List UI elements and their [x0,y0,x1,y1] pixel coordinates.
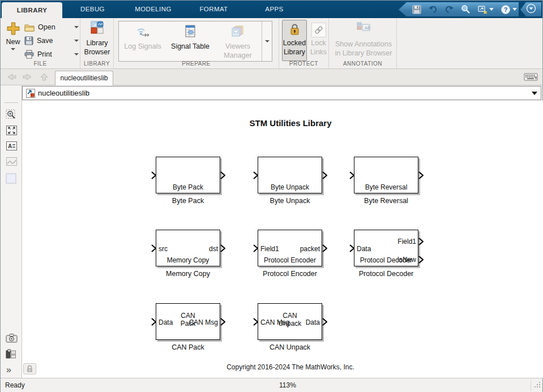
printer-icon [24,50,34,59]
dropdown-caret-icon[interactable] [489,8,494,11]
dropdown-caret-icon[interactable] [74,53,79,55]
tab-apps[interactable]: APPS [244,1,305,18]
output-port-icon [322,318,327,326]
address-dropdown-caret-icon[interactable] [532,92,537,95]
library-browser-button[interactable]: Library Browser [82,21,113,62]
block-name-label[interactable]: Protocol Decoder [341,270,431,278]
svg-text:AE: AE [365,25,371,31]
block-byte-reversal[interactable]: Byte Reversal [354,157,418,193]
add-shortcut-icon[interactable] [477,5,494,14]
block-name-label[interactable]: Protocol Encoder [245,270,335,278]
save-button[interactable]: Save [24,35,79,47]
library-browser-dock-icon[interactable] [6,349,16,362]
tab-library[interactable]: LIBRARY [2,2,62,18]
document-tab[interactable]: nucleoutilitieslib [55,71,113,85]
input-port-icon [349,171,354,179]
output-port-icon [418,238,424,245]
tab-modeling[interactable]: MODELING [123,1,183,18]
library-title: STM Utilities Library [189,118,392,128]
ribbon-section-annotation: AE Show Annotations in Library Browser A… [329,18,397,68]
block-inner-label: Byte Pack [156,183,220,191]
search-icon[interactable] [461,5,471,14]
block-name-label[interactable]: Byte Unpack [245,197,335,205]
locked-library-badge [23,363,36,374]
output-port-label: dst [209,245,218,253]
block-inner-label: Byte Reversal [354,183,418,191]
lock-links-button: Lock Links [309,20,328,61]
block-center-label: CAN Unpack [277,312,303,328]
locked-library-toggle[interactable]: Locked Library [282,20,307,61]
input-port-icon [253,318,258,326]
input-port-label: Data [159,318,173,326]
viewers-manager-icon [230,25,245,38]
keyboard-shortcuts-icon[interactable] [524,72,538,84]
block-name-label[interactable]: Byte Reversal [341,197,431,205]
simulink-library-window: LIBRARY DEBUG MODELING FORMAT APPS [0,0,543,392]
output-port-icon [220,244,225,252]
block-protocol-encoder[interactable]: Field1 packet Protocol Encoder [258,230,322,266]
minimize-toolstrip-icon[interactable] [526,3,536,16]
signal-table-icon [184,25,196,38]
block-byte-pack[interactable]: Byte Pack [156,157,220,193]
print-button[interactable]: Print [24,48,79,61]
show-annotations-button: AE Show Annotations in Library Browser [332,20,395,61]
block-inner-label: Protocol Encoder [258,256,322,264]
resize-grip-icon[interactable] [535,380,541,390]
output-port-icon [418,171,424,179]
dropdown-caret-icon[interactable] [512,8,517,11]
palette-sidebar: A » [1,85,22,378]
output-port-icon [322,244,327,252]
area-tool-icon[interactable] [6,173,16,186]
address-breadcrumb[interactable]: nucleoutilitieslib [22,86,541,100]
output-port-label: Field1 [397,238,416,245]
block-protocol-decoder[interactable]: Data Field1 IsNew Protocol Decoder [354,230,418,266]
block-can-pack[interactable]: Data CAN Msg CAN Pack [156,303,220,340]
signal-table-button[interactable]: Signal Table [166,21,214,61]
up-icon [39,72,49,84]
dropdown-caret-icon[interactable] [74,26,79,28]
save-label: Save [37,37,53,45]
library-canvas[interactable]: STM Utilities Library Byte Pack Byte Unp… [22,101,543,378]
annotations-icon: AE [355,21,372,34]
quick-access-toolbar: ? [399,2,519,16]
input-port-icon [253,171,258,179]
section-label-file: FILE [1,61,80,67]
tab-debug[interactable]: DEBUG [62,1,123,18]
block-byte-unpack[interactable]: Byte Unpack [258,157,322,193]
viewers-manager-label: Viewers Manager [218,42,258,60]
zoom-level: 113% [279,381,296,389]
dropdown-caret-icon[interactable] [11,48,15,50]
block-name-label[interactable]: CAN Pack [143,343,233,351]
undo-icon [428,5,438,14]
log-signals-label: Log Signals [123,42,163,51]
output-port-label: packet [300,245,320,253]
zoom-region-icon[interactable] [6,109,18,123]
help-icon[interactable]: ? [501,5,517,15]
block-memory-copy[interactable]: src dst Memory Copy [156,230,220,266]
library-browser-label: Library Browser [82,39,113,57]
screenshot-icon[interactable] [6,333,18,345]
block-name-label[interactable]: Memory Copy [143,270,233,278]
print-label: Print [37,50,52,58]
library-browser-icon [90,21,104,35]
block-name-label[interactable]: CAN Unpack [245,343,335,351]
locked-library-label: Locked Library [283,39,306,57]
block-name-label[interactable]: Byte Pack [143,197,233,205]
dropdown-caret-icon [265,40,270,42]
open-button[interactable]: Open [24,21,79,33]
annotation-tool-icon[interactable]: A [6,141,18,153]
dropdown-caret-icon[interactable] [74,40,79,42]
log-signals-icon [135,25,150,38]
save-icon[interactable] [412,5,421,14]
back-icon [5,72,17,84]
svg-text:A: A [8,143,12,149]
fit-to-view-icon[interactable] [6,125,18,138]
open-label: Open [38,23,55,31]
ribbon-section-protect: Locked Library Lock Links PROTECT [279,18,329,68]
expand-palette-icon[interactable]: » [6,365,11,375]
output-port-label: Data [306,318,320,326]
prepare-gallery-dropdown[interactable] [262,21,272,61]
tab-format[interactable]: FORMAT [183,1,244,18]
new-button[interactable]: New [3,21,23,61]
block-can-unpack[interactable]: CAN Msg Data CAN Unpack [258,303,322,340]
